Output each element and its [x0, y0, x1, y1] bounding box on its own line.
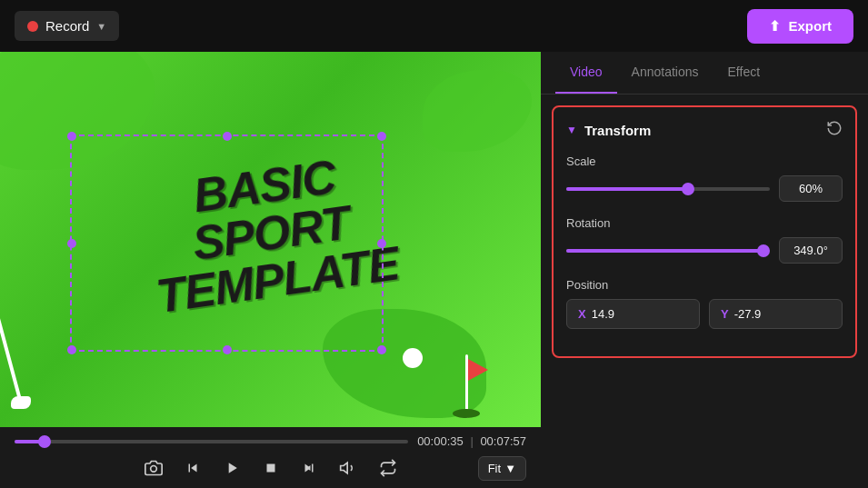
rewind-button[interactable] — [181, 456, 205, 480]
tab-video[interactable]: Video — [555, 52, 617, 94]
record-button[interactable]: Record ▼ — [15, 11, 119, 41]
flag-triangle — [468, 359, 488, 381]
export-upload-icon: ⬆ — [769, 18, 781, 35]
transform-title: Transform — [584, 123, 651, 138]
record-chevron-icon: ▼ — [96, 21, 106, 32]
time-display: 00:00:35 | 00:07:57 — [417, 434, 526, 448]
bg-blob-3 — [423, 70, 532, 152]
main-content: BASIC SPORT TEMPLATE — [0, 52, 868, 488]
time-separator: | — [470, 434, 473, 448]
video-background: BASIC SPORT TEMPLATE — [0, 52, 541, 427]
reset-button[interactable] — [826, 120, 843, 140]
bg-blob-1 — [0, 52, 155, 170]
record-dot-icon — [27, 21, 38, 32]
sport-text: BASIC SPORT TEMPLATE — [126, 144, 414, 322]
handle-top-right[interactable] — [377, 132, 386, 141]
current-time: 00:00:35 — [417, 434, 464, 448]
progress-thumb[interactable] — [38, 435, 51, 448]
tabs: Video Annotations Effect — [541, 52, 868, 95]
timeline-bar: 00:00:35 | 00:07:57 — [15, 434, 526, 448]
handle-top-middle[interactable] — [223, 132, 232, 141]
position-x-value: 14.9 — [592, 307, 614, 321]
position-y-input[interactable]: Y -27.9 — [709, 299, 843, 329]
stop-button[interactable] — [259, 456, 283, 480]
scale-row: Scale 60% — [566, 154, 843, 202]
export-button[interactable]: ⬆ Export — [747, 9, 853, 44]
screenshot-button[interactable] — [141, 455, 166, 481]
handle-bottom-left[interactable] — [67, 345, 76, 354]
progress-track[interactable] — [15, 440, 408, 443]
position-y-label: Y — [721, 307, 729, 321]
controls-row: Fit ▼ — [15, 455, 526, 481]
scale-fill — [566, 187, 688, 191]
scale-label: Scale — [566, 154, 843, 168]
golf-club-shaft — [0, 294, 22, 401]
position-row: Position X 14.9 Y -27.9 — [566, 278, 843, 329]
section-title: ▼ Transform — [566, 123, 651, 138]
flag-hole — [453, 409, 480, 418]
right-panel: Video Annotations Effect ▼ Transform — [541, 52, 868, 488]
tab-annotations[interactable]: Annotations — [617, 52, 713, 94]
rotation-thumb[interactable] — [757, 244, 770, 257]
transform-section: ▼ Transform Scale — [552, 105, 857, 358]
rotation-value[interactable]: 349.0° — [779, 237, 843, 264]
scale-thumb[interactable] — [682, 183, 694, 195]
position-label: Position — [566, 278, 843, 292]
svg-point-0 — [150, 466, 156, 473]
record-label: Record — [45, 18, 89, 34]
loop-button[interactable] — [375, 455, 401, 481]
svg-marker-2 — [340, 463, 347, 473]
forward-button[interactable] — [297, 456, 321, 480]
topbar: Record ▼ ⬆ Export — [0, 0, 868, 52]
rotation-label: Rotation — [566, 216, 843, 230]
position-inputs: X 14.9 Y -27.9 — [566, 299, 843, 329]
golf-ball — [403, 348, 423, 368]
position-x-label: X — [578, 307, 586, 321]
video-controls: 00:00:35 | 00:07:57 — [0, 427, 541, 488]
scale-slider[interactable] — [566, 187, 770, 191]
handle-middle-left[interactable] — [67, 239, 76, 248]
section-header: ▼ Transform — [566, 120, 843, 140]
tab-effect[interactable]: Effect — [713, 52, 775, 94]
svg-rect-1 — [266, 464, 274, 473]
golf-flag — [465, 354, 468, 418]
video-panel: BASIC SPORT TEMPLATE — [0, 52, 541, 488]
position-x-input[interactable]: X 14.9 — [566, 299, 700, 329]
video-canvas: BASIC SPORT TEMPLATE — [0, 52, 541, 427]
section-chevron-icon: ▼ — [566, 124, 577, 136]
fit-chevron-icon: ▼ — [504, 462, 516, 475]
handle-bottom-middle[interactable] — [223, 345, 232, 354]
fit-select[interactable]: Fit ▼ — [478, 456, 526, 481]
rotation-row: Rotation 349.0° — [566, 216, 843, 264]
fit-label: Fit — [488, 462, 501, 475]
position-y-value: -27.9 — [734, 307, 762, 321]
rotation-controls: 349.0° — [566, 237, 843, 264]
rotation-fill — [566, 249, 763, 253]
play-button[interactable] — [219, 455, 244, 481]
export-label: Export — [788, 18, 832, 34]
scale-controls: 60% — [566, 175, 843, 202]
rotation-slider[interactable] — [566, 249, 770, 253]
golf-club — [18, 291, 31, 409]
total-time: 00:07:57 — [480, 434, 526, 448]
scale-value[interactable]: 60% — [779, 175, 843, 202]
volume-button[interactable] — [335, 455, 361, 481]
